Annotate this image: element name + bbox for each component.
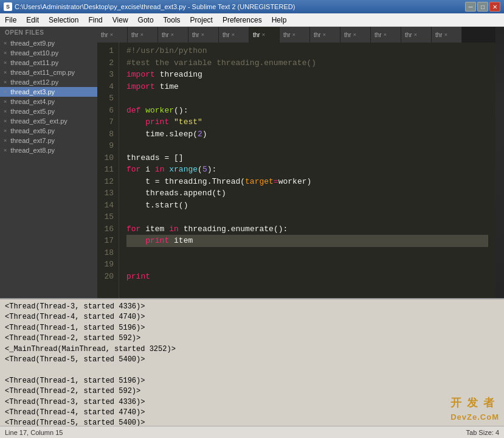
tab[interactable]: thr× — [128, 27, 158, 43]
code-area[interactable]: 1 2 3 4 5 6 7 8 9 10 11 12 13 14 15 16 1 — [97, 43, 495, 298]
terminal-line: <Thread(Thread-4, started 4740)> — [5, 408, 499, 418]
tab[interactable]: thr× — [371, 27, 401, 43]
terminal-line: <Thread(Thread-3, started 4336)> — [5, 302, 499, 312]
app-icon: S — [4, 2, 12, 11]
tab-active[interactable]: thr× — [249, 27, 280, 43]
menu-tools[interactable]: Tools — [159, 13, 185, 26]
close-button[interactable]: ✕ — [489, 2, 500, 12]
title-bar-left: S C:\Users\Administrator\Desktop\py_exci… — [4, 2, 295, 11]
tab[interactable]: thr× — [97, 27, 128, 43]
tabs-bar: thr× thr× thr× thr× thr× thr× thr× thr× … — [97, 27, 495, 43]
tab[interactable]: thr× — [432, 27, 462, 43]
main-container: OPEN FILES ×thread_ext9.py ×thread_ext10… — [0, 27, 504, 438]
maximize-button[interactable]: □ — [477, 2, 488, 12]
terminal-line: <Thread(Thread-3, started 4336)> — [5, 397, 499, 408]
menu-file[interactable]: File — [0, 13, 21, 26]
sidebar-item[interactable]: ×thread_ext5.py — [0, 106, 97, 116]
terminal-output[interactable]: <Thread(Thread-3, started 4336)> <Thread… — [0, 298, 504, 426]
minimize-button[interactable]: ─ — [465, 2, 476, 12]
sidebar-item[interactable]: ×thread_ext8.py — [0, 145, 97, 155]
tab[interactable]: thr× — [280, 27, 310, 43]
terminal-line: <Thread(Thread-5, started 5400)> — [5, 355, 499, 365]
editor-area: OPEN FILES ×thread_ext9.py ×thread_ext10… — [0, 27, 504, 298]
menu-help[interactable]: Help — [267, 13, 292, 26]
cursor-position: Line 17, Column 15 — [5, 429, 63, 436]
minimap-content — [495, 27, 504, 298]
sidebar-item[interactable]: ×thread_ext4.py — [0, 97, 97, 106]
line-numbers: 1 2 3 4 5 6 7 8 9 10 11 12 13 14 15 16 1 — [97, 43, 119, 298]
title-bar: S C:\Users\Administrator\Desktop\py_exci… — [0, 0, 504, 13]
sidebar-item[interactable]: ×thread_ext5_ext.py — [0, 116, 97, 126]
terminal-line: <Thread(Thread-1, started 5196)> — [5, 323, 499, 333]
tab[interactable]: thr× — [401, 27, 432, 43]
sidebar-item-active[interactable]: ×thread_ext3.py — [0, 87, 97, 97]
tab[interactable]: thr× — [188, 27, 219, 43]
tab[interactable]: thr× — [340, 27, 371, 43]
sidebar-item[interactable]: ×thread_ext10.py — [0, 48, 97, 58]
menu-bar: File Edit Selection Find View Goto Tools… — [0, 13, 504, 27]
terminal-line: <Thread(Thread-5, started 5400)> — [5, 418, 499, 426]
menu-preferences[interactable]: Preferences — [218, 13, 267, 26]
menu-edit[interactable]: Edit — [21, 13, 44, 26]
sidebar-item[interactable]: ×thread_ext9.py — [0, 38, 97, 48]
tab-size: Tab Size: 4 — [466, 429, 499, 436]
terminal-line — [5, 365, 499, 375]
menu-project[interactable]: Project — [185, 13, 218, 26]
sidebar-item[interactable]: ×thread_ext11.py — [0, 58, 97, 68]
tab[interactable]: thr× — [310, 27, 340, 43]
terminal-line: <Thread(Thread-2, started 592)> — [5, 333, 499, 344]
tab[interactable]: thr× — [158, 27, 188, 43]
menu-goto[interactable]: Goto — [133, 13, 159, 26]
tab[interactable]: thr× — [219, 27, 249, 43]
watermark: 开 发 者DevZe.CoM — [450, 395, 499, 423]
sidebar-item[interactable]: ×thread_ext7.py — [0, 136, 97, 145]
terminal-line: <Thread(Thread-2, started 592)> — [5, 386, 499, 397]
terminal-line: <Thread(Thread-4, started 4740)> — [5, 312, 499, 322]
code-content[interactable]: #!/usr/bin/python #test the variable thr… — [119, 43, 495, 298]
sidebar-item[interactable]: ×thread_ext6.py — [0, 126, 97, 136]
title-bar-controls: ─ □ ✕ — [465, 2, 500, 12]
sidebar: OPEN FILES ×thread_ext9.py ×thread_ext10… — [0, 27, 97, 298]
minimap — [495, 27, 504, 298]
sidebar-item[interactable]: ×thread_ext12.py — [0, 77, 97, 87]
sidebar-item[interactable]: ×thread_ext11_cmp.py — [0, 68, 97, 77]
title-bar-text: C:\Users\Administrator\Desktop\py_excise… — [15, 3, 295, 10]
menu-selection[interactable]: Selection — [44, 13, 83, 26]
menu-find[interactable]: Find — [83, 13, 107, 26]
status-bar: Line 17, Column 15 Tab Size: 4 — [0, 426, 504, 438]
menu-view[interactable]: View — [108, 13, 133, 26]
sidebar-title: OPEN FILES — [0, 27, 97, 38]
terminal-line: <Thread(Thread-1, started 5196)> — [5, 376, 499, 386]
terminal-line: <_MainThread(MainThread, started 3252)> — [5, 344, 499, 355]
editor-pane: thr× thr× thr× thr× thr× thr× thr× thr× … — [97, 27, 495, 298]
